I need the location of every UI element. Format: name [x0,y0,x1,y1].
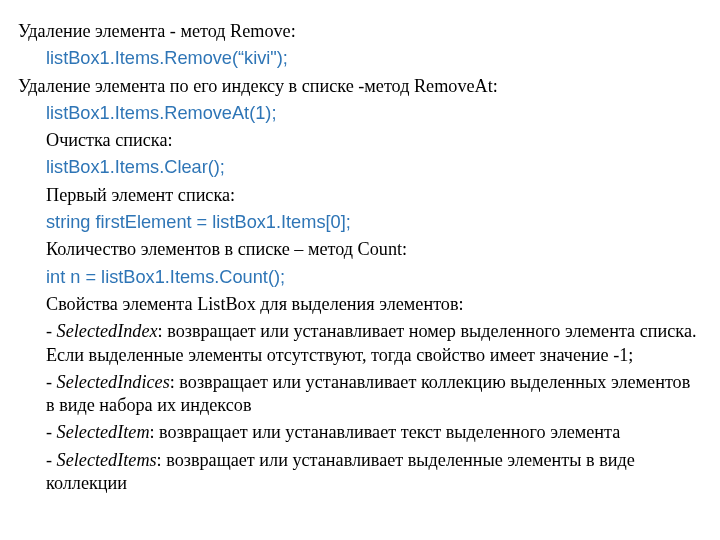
property-name: SelectedIndex [57,321,158,341]
bullet-dash: - [46,450,57,470]
property-desc: : возвращает или устанавливает текст выд… [150,422,621,442]
code-line: int n = listBox1.Items.Count(); [18,266,698,289]
property-name: SelectedIndices [57,372,170,392]
text-line: Удаление элемента по его индексу в списк… [18,75,698,98]
bullet-dash: - [46,321,57,341]
code-line: string firstElement = listBox1.Items[0]; [18,211,698,234]
code-line: listBox1.Items.Remove(“kivi"); [18,47,698,70]
bullet-dash: - [46,422,57,442]
code-line: listBox1.Items.RemoveAt(1); [18,102,698,125]
text-line: Свойства элемента ListBox для выделения … [18,293,698,316]
slide-content: Удаление элемента - метод Remove: listBo… [0,0,720,509]
property-item: - SelectedItems: возвращает или устанавл… [18,449,698,496]
text-line: Удаление элемента - метод Remove: [18,20,698,43]
property-name: SelectedItems [57,450,157,470]
text-line: Первый элемент списка: [18,184,698,207]
property-item: - SelectedIndices: возвращает или устана… [18,371,698,418]
property-item: - SelectedItem: возвращает или устанавли… [18,421,698,444]
text-line: Количество элементов в списке – метод Co… [18,238,698,261]
property-name: SelectedItem [57,422,150,442]
property-item: - SelectedIndex: возвращает или устанавл… [18,320,698,367]
text-line: Очистка списка: [18,129,698,152]
bullet-dash: - [46,372,57,392]
code-line: listBox1.Items.Clear(); [18,156,698,179]
